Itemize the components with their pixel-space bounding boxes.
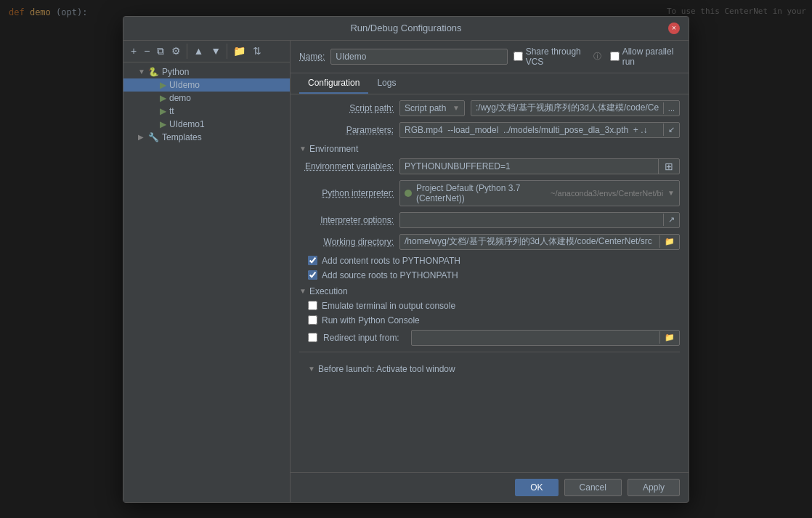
parallel-run-checkbox[interactable]	[610, 52, 620, 61]
script-path-input-group: ...	[471, 100, 680, 116]
tabs-row: Configuration Logs	[291, 73, 689, 94]
execution-arrow-icon: ▼	[299, 287, 306, 295]
left-panel: + − ⧉ ⚙ ▲ ▼ 📁 ⇅ ▼ 🐍	[123, 41, 291, 502]
cancel-button[interactable]: Cancel	[564, 479, 622, 496]
add-source-roots-checkbox[interactable]	[308, 270, 317, 280]
move-up-button[interactable]: ▲	[190, 44, 206, 58]
tree-label-python: Python	[162, 67, 189, 77]
parameters-input[interactable]	[400, 123, 663, 137]
script-path-row: Script path: Script path ▼ ...	[299, 100, 680, 116]
interpreter-options-label: Interpreter options:	[299, 215, 394, 225]
python-interpreter-row: Python interpreter: Project Default (Pyt…	[299, 180, 680, 206]
tree-item-templates[interactable]: ▶ 🔧 Templates	[123, 131, 290, 144]
dialog-body: + − ⧉ ⚙ ▲ ▼ 📁 ⇅ ▼ 🐍	[123, 41, 689, 502]
environment-arrow-icon: ▼	[299, 145, 306, 153]
run-icon-tt: ▶	[160, 106, 166, 116]
before-launch-arrow-icon: ▼	[308, 365, 315, 373]
name-input[interactable]	[330, 49, 507, 65]
add-content-roots-checkbox[interactable]	[308, 256, 317, 265]
tree-item-uidemo[interactable]: ▶ UIdemo	[123, 78, 290, 92]
apply-button[interactable]: Apply	[628, 479, 680, 496]
python-icon: 🐍	[148, 67, 159, 77]
env-variables-row: Environment variables: ⊞	[299, 158, 680, 174]
working-dir-label: Working directory:	[299, 237, 394, 247]
name-label: Name:	[299, 52, 325, 62]
script-path-input[interactable]	[471, 101, 663, 116]
parameters-input-group: ↙	[399, 122, 680, 138]
interpreter-options-expand-button[interactable]: ↗	[663, 214, 679, 226]
share-row: Share through VCS ⓘ Allow parallel run	[513, 46, 680, 67]
share-vcs-info-icon: ⓘ	[593, 51, 601, 62]
add-content-roots-row: Add content roots to PYTHONPATH	[299, 256, 680, 266]
remove-config-button[interactable]: −	[141, 44, 153, 58]
move-to-folder-button[interactable]: 📁	[230, 44, 248, 58]
toolbar-divider2	[227, 44, 227, 59]
run-icon-uidemo1: ▶	[160, 119, 166, 129]
redirect-input-checkbox[interactable]	[308, 333, 317, 342]
toolbar-divider	[187, 44, 187, 59]
add-content-roots-label: Add content roots to PYTHONPATH	[322, 256, 460, 266]
parameters-row: Parameters: ↙	[299, 122, 680, 138]
dialog-title: Run/Debug Configurations	[144, 23, 668, 33]
redirect-input-browse-button[interactable]: 📁	[659, 331, 679, 344]
working-dir-browse-button[interactable]: 📁	[659, 235, 679, 248]
env-variables-label: Environment variables:	[299, 161, 394, 171]
run-python-console-checkbox[interactable]	[308, 315, 317, 325]
tab-configuration[interactable]: Configuration	[299, 73, 368, 94]
ok-button[interactable]: OK	[515, 479, 558, 496]
redirect-input-field[interactable]	[412, 331, 659, 345]
tree-label-demo: demo	[169, 93, 191, 103]
python-interpreter-select[interactable]: Project Default (Python 3.7 (CenterNet))…	[399, 180, 680, 206]
emulate-terminal-label: Emulate terminal in output console	[322, 301, 455, 311]
tree-item-python[interactable]: ▼ 🐍 Python	[123, 65, 290, 78]
add-source-roots-label: Add source roots to PYTHONPATH	[322, 270, 458, 280]
tree-label-templates: Templates	[162, 132, 202, 142]
dialog-footer: OK Cancel Apply	[291, 472, 689, 502]
env-variables-input[interactable]	[400, 159, 658, 174]
tree-item-tt[interactable]: ▶ tt	[123, 105, 290, 118]
before-launch-label: Before launch: Activate tool window	[318, 364, 455, 374]
env-variables-edit-button[interactable]: ⊞	[658, 159, 679, 174]
interpreter-options-input[interactable]	[400, 213, 663, 227]
working-dir-row: Working directory: 📁	[299, 234, 680, 250]
working-dir-input[interactable]	[400, 235, 659, 249]
parameters-expand-button[interactable]: ↙	[663, 124, 679, 136]
script-path-browse-button[interactable]: ...	[663, 102, 679, 114]
share-vcs-label: Share through VCS	[526, 46, 590, 67]
tab-logs[interactable]: Logs	[368, 73, 405, 94]
config-content: Script path: Script path ▼ ... Parameter…	[291, 94, 689, 472]
interpreter-options-row: Interpreter options: ↗	[299, 212, 680, 228]
run-debug-dialog: Run/Debug Configurations × + − ⧉ ⚙ ▲ ▼ 📁…	[123, 16, 689, 503]
environment-section-label: Environment	[309, 144, 358, 154]
right-panel: Name: Share through VCS ⓘ Allow parallel…	[291, 41, 689, 502]
expand-python-icon: ▼	[138, 68, 145, 76]
add-config-button[interactable]: +	[128, 44, 139, 58]
expand-templates-icon: ▶	[138, 133, 145, 141]
tree-label-tt: tt	[169, 106, 174, 116]
parameters-label: Parameters:	[299, 125, 394, 135]
settings-config-button[interactable]: ⚙	[169, 44, 184, 58]
sort-button[interactable]: ⇅	[250, 44, 264, 58]
tree-item-uidemo1[interactable]: ▶ UIdemo1	[123, 118, 290, 131]
script-path-label: Script path:	[299, 103, 394, 113]
emulate-terminal-checkbox[interactable]	[308, 301, 317, 310]
tree-item-demo[interactable]: ▶ demo	[123, 92, 290, 105]
script-path-type-select[interactable]: Script path ▼	[399, 100, 465, 116]
copy-config-button[interactable]: ⧉	[154, 44, 167, 59]
share-vcs-checkbox[interactable]	[513, 52, 523, 61]
python-interpreter-label: Python interpreter:	[299, 188, 394, 198]
environment-section-header: ▼ Environment	[299, 144, 680, 154]
interpreter-options-input-group: ↗	[399, 212, 680, 228]
close-button[interactable]: ×	[668, 23, 680, 34]
run-icon-demo: ▶	[160, 93, 166, 103]
working-dir-input-group: 📁	[399, 234, 680, 250]
wrench-icon: 🔧	[148, 132, 159, 142]
before-launch-section: ▼ Before launch: Activate tool window	[299, 352, 680, 384]
share-vcs-group: Share through VCS ⓘ	[513, 46, 601, 67]
before-launch-header: ▼ Before launch: Activate tool window	[308, 364, 671, 374]
python-interpreter-suffix: ~/anaconda3/envs/CenterNet/bi	[551, 189, 663, 198]
interpreter-status-icon	[405, 190, 412, 197]
redirect-input-group: 📁	[411, 330, 680, 346]
add-source-roots-row: Add source roots to PYTHONPATH	[299, 270, 680, 280]
move-down-button[interactable]: ▼	[208, 44, 224, 58]
